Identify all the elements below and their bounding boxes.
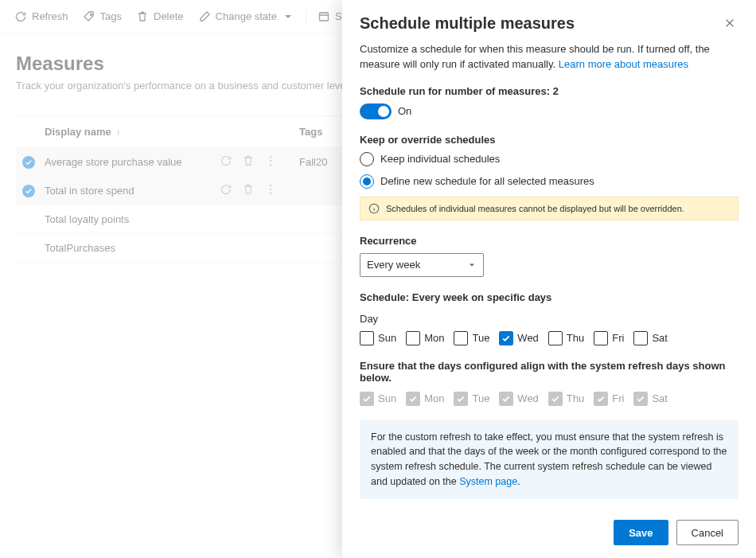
system-day-sun: Sun — [360, 392, 396, 406]
system-day-thu: Thu — [548, 392, 584, 406]
panel-footer: Save Cancel — [342, 510, 756, 558]
radio-keep-individual[interactable]: Keep individual schedules — [360, 152, 738, 166]
day-checkbox-mon[interactable]: Mon — [406, 331, 444, 345]
schedule-summary-heading: Schedule: Every week on specific days — [360, 291, 738, 303]
day-checkbox-tue[interactable]: Tue — [454, 331, 489, 345]
recurrence-label: Recurrence — [360, 235, 738, 247]
radio-define-new[interactable]: Define new schedule for all selected mea… — [360, 174, 738, 189]
system-day-wed: Wed — [499, 392, 539, 406]
day-checkbox-sat[interactable]: Sat — [633, 331, 668, 345]
info-icon — [368, 203, 380, 214]
system-day-sat: Sat — [633, 392, 668, 406]
panel-description: Customize a schedule for when this measu… — [360, 42, 738, 72]
schedule-panel: Schedule multiple measures Customize a s… — [342, 0, 756, 558]
keep-override-heading: Keep or override schedules — [360, 134, 738, 146]
system-day-tue: Tue — [454, 392, 489, 406]
system-day-display: SunMonTueWedThuFriSat — [360, 392, 738, 406]
learn-more-link[interactable]: Learn more about measures — [559, 58, 688, 70]
save-button[interactable]: Save — [614, 520, 668, 545]
day-checkbox-wed[interactable]: Wed — [499, 331, 539, 345]
recurrence-value: Every week — [367, 259, 420, 271]
close-icon — [724, 18, 735, 29]
day-checkbox-thu[interactable]: Thu — [548, 331, 584, 345]
panel-title: Schedule multiple measures — [360, 14, 575, 33]
toggle-state-label: On — [398, 105, 411, 117]
schedule-toggle[interactable] — [360, 103, 392, 119]
system-refresh-info: For the custom refresh to take effect, y… — [360, 420, 738, 499]
day-selector: SunMonTueWedThuFriSat — [360, 331, 738, 345]
system-day-fri: Fri — [594, 392, 624, 406]
day-label: Day — [360, 313, 738, 325]
schedule-count-value: 2 — [553, 85, 559, 97]
override-warning: Schedules of individual measures cannot … — [360, 197, 738, 220]
system-page-link[interactable]: System page — [459, 476, 517, 487]
chevron-down-icon — [467, 260, 477, 270]
day-checkbox-fri[interactable]: Fri — [594, 331, 624, 345]
close-button[interactable] — [721, 14, 738, 34]
day-checkbox-sun[interactable]: Sun — [360, 331, 396, 345]
recurrence-select[interactable]: Every week — [360, 253, 484, 277]
system-days-heading: Ensure that the days configured align wi… — [360, 360, 738, 384]
schedule-count-label: Schedule run for number of measures: 2 — [360, 85, 738, 97]
cancel-button[interactable]: Cancel — [676, 520, 738, 545]
system-day-mon: Mon — [406, 392, 444, 406]
